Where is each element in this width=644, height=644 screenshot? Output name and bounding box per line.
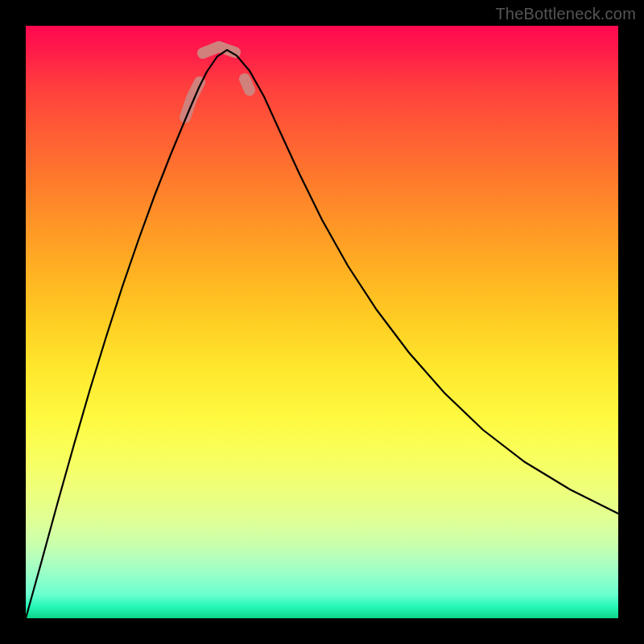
watermark-text: TheBottleneck.com xyxy=(495,5,636,23)
chart-frame: TheBottleneck.com xyxy=(0,0,644,644)
curve-svg xyxy=(26,26,618,618)
bottleneck-curve xyxy=(26,50,618,618)
plot-area xyxy=(26,26,618,618)
